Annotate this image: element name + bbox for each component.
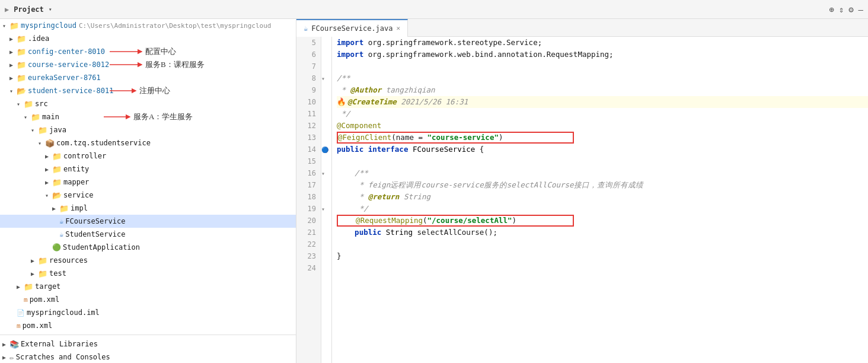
sidebar-item-student[interactable]: ▾ 📂 student-service-8011 xyxy=(0,84,296,97)
sidebar-item-studentapp[interactable]: ▶ 🟢 StudentApplication xyxy=(0,241,296,254)
fold-icon-8[interactable]: ▾ xyxy=(321,75,325,82)
ln-17: 17 xyxy=(301,179,316,191)
sidebar-item-eureka[interactable]: ▶ 📁 eurekaServer-8761 xyxy=(0,71,296,84)
gutter-13 xyxy=(321,132,331,144)
collapse-icon[interactable]: ⇕ xyxy=(839,5,844,14)
kw-public-14: public xyxy=(337,144,368,155)
sidebar-item-service[interactable]: ▾ 📂 service xyxy=(0,189,296,202)
add-icon[interactable]: ⊕ xyxy=(829,5,834,14)
sidebar-item-mapper[interactable]: ▶ 📁 mapper xyxy=(0,176,296,189)
java-icon-studentapp: 🟢 xyxy=(52,243,61,251)
library-icon: 📚 xyxy=(9,340,19,349)
idea-label: .idea xyxy=(28,34,49,43)
iml-icon: 📄 xyxy=(17,309,25,317)
sidebar: ▾ 📁 myspringcloud C:\Users\Administrator… xyxy=(0,19,296,363)
tree-arrow-course: ▶ xyxy=(9,62,17,68)
sidebar-item-test[interactable]: ▶ 📁 test xyxy=(0,267,296,280)
sidebar-item-course[interactable]: ▶ 📁 course-service-8012 xyxy=(0,58,296,71)
sidebar-item-external[interactable]: ▶ 📚 External Libraries xyxy=(0,337,296,351)
ann-20-close: ) xyxy=(512,215,517,227)
sidebar-item-entity[interactable]: ▶ 📁 entity xyxy=(0,163,296,176)
sidebar-item-impl[interactable]: ▶ 📁 impl xyxy=(0,202,296,215)
tab-fcourseservice[interactable]: ☕ FCourseService.java ✕ xyxy=(296,19,408,37)
java-icon-studentservice: ☕ xyxy=(59,230,63,238)
kw-interface-14: interface xyxy=(368,144,413,155)
tree-arrow-target: ▶ xyxy=(17,284,24,290)
gutter-7 xyxy=(321,60,331,72)
iml-label: myspringcloud.iml xyxy=(27,308,100,317)
sidebar-item-pom-root[interactable]: ▶ m pom.xml xyxy=(0,319,296,332)
sidebar-item-scratches[interactable]: ▶ ✏️ Scratches and Consoles xyxy=(0,351,296,363)
fold-icon-16[interactable]: ▾ xyxy=(321,170,325,177)
minimize-icon[interactable]: — xyxy=(859,5,863,14)
code-line-15 xyxy=(337,155,868,167)
tree-arrow-mapper: ▶ xyxy=(45,179,52,186)
sidebar-item-target[interactable]: ▶ 📁 target xyxy=(0,280,296,293)
gutter-6 xyxy=(321,49,331,60)
cmt-18-pre: * xyxy=(337,191,368,203)
cmt-17: * feign远程调用course-service服务的selectAllCou… xyxy=(337,179,643,191)
folder-icon-config: 📁 xyxy=(17,47,26,56)
sidebar-item-pom-student[interactable]: ▶ m pom.xml xyxy=(0,293,296,306)
sidebar-item-root[interactable]: ▾ 📁 myspringcloud C:\Users\Administrator… xyxy=(0,19,296,32)
xml-icon-pom-student: m xyxy=(24,296,28,304)
sidebar-item-com[interactable]: ▾ 📦 com.tzq.studentservice xyxy=(0,136,296,149)
ln-24: 24 xyxy=(301,262,316,274)
scratches-icon: ✏️ xyxy=(9,353,14,362)
top-bar-actions: ⊕ ⇕ ⚙ — xyxy=(829,5,863,14)
tree-arrow-service: ▾ xyxy=(45,192,52,199)
sidebar-item-resources[interactable]: ▶ 📁 resources xyxy=(0,254,296,267)
kw-import-5: import xyxy=(337,37,368,49)
ann-13-paren: (name = xyxy=(391,132,427,144)
tab-close-icon[interactable]: ✕ xyxy=(397,24,401,32)
java-icon-fcourse: ☕ xyxy=(59,217,63,225)
folder-icon-eureka: 📁 xyxy=(17,74,26,82)
code-line-11: */ xyxy=(337,108,868,120)
ann-20-val: "/course/selectAll" xyxy=(427,215,512,227)
code-line-21: public String selectAllCourse(); xyxy=(337,227,868,238)
gutter-14: 🔵 xyxy=(321,144,331,155)
impl-icon-14[interactable]: 🔵 xyxy=(321,147,328,153)
ln-13: 13 xyxy=(301,132,316,144)
fold-icon-19[interactable]: ▾ xyxy=(321,206,325,212)
sidebar-item-controller[interactable]: ▶ 📁 controller xyxy=(0,149,296,163)
folder-icon-controller: 📁 xyxy=(52,152,62,161)
code-6-rest: org.springframework.web.bind.annotation.… xyxy=(368,49,614,60)
sidebar-item-iml[interactable]: ▶ 📄 myspringcloud.iml xyxy=(0,306,296,319)
settings-icon[interactable]: ⚙ xyxy=(848,5,853,14)
sidebar-item-src[interactable]: ▾ 📁 src xyxy=(0,97,296,110)
sidebar-item-config[interactable]: ▶ 📁 config-center-8010 xyxy=(0,45,296,58)
gutter-24 xyxy=(321,262,331,274)
ln-9: 9 xyxy=(301,84,316,96)
ln-19: 19 xyxy=(301,203,316,215)
folder-icon-root: 📁 xyxy=(9,21,19,30)
tree-arrow-student: ▾ xyxy=(9,88,17,94)
code-line-22 xyxy=(337,238,868,250)
sidebar-item-fcourse[interactable]: ▶ ☕ FCourseService xyxy=(0,215,296,228)
root-label: myspringcloud xyxy=(21,21,76,30)
folder-icon-student: 📂 xyxy=(17,87,26,95)
sidebar-item-java[interactable]: ▾ 📁 java xyxy=(0,123,296,136)
ann-12: @Component xyxy=(337,120,381,132)
com-label: com.tzq.studentservice xyxy=(56,139,151,147)
pom-student-label: pom.xml xyxy=(30,295,60,304)
mapper-label: mapper xyxy=(63,178,89,186)
gutter-17 xyxy=(321,179,331,191)
code-line-6: import org.springframework.web.bind.anno… xyxy=(337,49,868,60)
sidebar-item-main[interactable]: ▾ 📁 main xyxy=(0,110,296,123)
cmt-10-val: 2021/5/26 16:31 xyxy=(397,96,468,108)
ann-20: @RequestMapping xyxy=(356,215,423,227)
code-line-18: * @return String xyxy=(337,191,868,203)
kw-public-21: public xyxy=(355,227,386,238)
tree-arrow-eureka: ▶ xyxy=(9,75,17,81)
sidebar-item-idea[interactable]: ▶ 📁 .idea xyxy=(0,32,296,45)
gutter: ▾ 🔵 ▾ ▾ xyxy=(321,37,332,363)
code-editor[interactable]: 5 6 7 8 9 10 11 12 13 14 15 16 17 18 19 … xyxy=(296,37,868,363)
author-tag: @Author xyxy=(350,84,382,96)
sidebar-item-studentservice[interactable]: ▶ ☕ StudentService xyxy=(0,228,296,241)
divider xyxy=(0,335,296,335)
studentservice-label: StudentService xyxy=(65,230,125,238)
dropdown-icon[interactable]: ▾ xyxy=(49,6,52,12)
code-content[interactable]: import org.springframework.stereotype.Se… xyxy=(332,37,868,363)
code-line-16: /** xyxy=(337,167,868,179)
